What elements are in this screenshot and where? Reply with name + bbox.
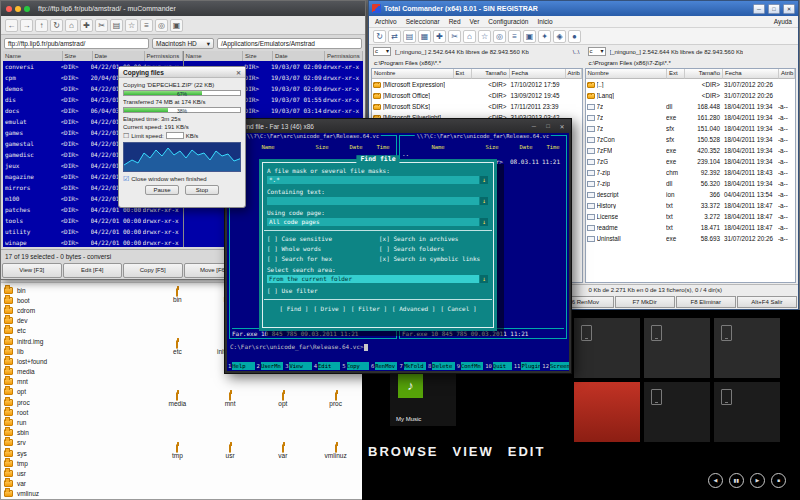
- column-tamano[interactable]: Tamaño: [472, 69, 510, 79]
- menu-inicio[interactable]: Inicio: [537, 18, 552, 25]
- folder-list-item[interactable]: bin: [4, 285, 148, 295]
- toolbar-icon[interactable]: ✂: [448, 30, 461, 43]
- close-icon[interactable]: ✕: [557, 123, 567, 130]
- toolbar-icon[interactable]: ⌂: [65, 19, 78, 32]
- chevron-down-icon[interactable]: ↓: [480, 218, 488, 226]
- dialog-button[interactable]: [ Drive ]: [313, 305, 346, 312]
- transport-button[interactable]: ▮▮: [729, 473, 744, 488]
- close-icon[interactable]: ✕: [236, 69, 241, 76]
- column-tamano[interactable]: Tamaño: [685, 69, 723, 79]
- menu-archivo[interactable]: Archivo: [375, 18, 397, 25]
- file-row[interactable]: winape <DIR> 04/22/01 00:00 drwxr-xr-x: [3, 237, 183, 247]
- menu-ayuda[interactable]: Ayuda: [774, 18, 792, 25]
- menu-ver[interactable]: Ver: [470, 18, 480, 25]
- file-row[interactable]: tools <DIR> 04/22/01 00:00 drwxr-xr-x: [3, 215, 183, 226]
- folder-list-item[interactable]: initrd.img: [4, 336, 148, 346]
- folder-list-item[interactable]: run: [4, 417, 148, 427]
- file-row[interactable]: utility <DIR> 04/22/01 00:00 drwxr-xr-x: [3, 226, 183, 237]
- folder-list-item[interactable]: boot: [4, 295, 148, 305]
- folder-grid-item[interactable]: opt: [257, 389, 310, 441]
- area-combo[interactable]: From the current folder: [267, 275, 479, 283]
- file-row[interactable]: readme txt 18.471 18/04/2011 18:47 -a--: [586, 222, 796, 233]
- toolbar-icon[interactable]: ↻: [373, 30, 386, 43]
- file-row[interactable]: [Microsoft Expression] <DIR> 17/10/2012 …: [372, 79, 582, 90]
- dialog-button[interactable]: Stop: [185, 185, 219, 195]
- toolbar-icon[interactable]: ◎: [493, 30, 506, 43]
- folder-list-item[interactable]: var: [4, 479, 148, 489]
- folder-list-item[interactable]: dev: [4, 316, 148, 326]
- key-bar-item[interactable]: 8Delete: [427, 362, 455, 370]
- toolbar-icon[interactable]: ≡: [508, 30, 521, 43]
- function-button[interactable]: View [F3]: [2, 263, 62, 278]
- column-atrib[interactable]: Atrib: [566, 69, 582, 79]
- device-tile[interactable]: [714, 382, 780, 442]
- toolbar-icon[interactable]: ✚: [433, 30, 446, 43]
- toolbar-icon[interactable]: ≡: [140, 19, 153, 32]
- my-music-tile[interactable]: ♪ My Music: [390, 366, 456, 426]
- drive-selector[interactable]: c ▾: [588, 47, 606, 56]
- history-arrow-icon[interactable]: ↓: [480, 176, 488, 184]
- device-tile[interactable]: [574, 318, 640, 378]
- file-row[interactable]: [Lang] <DIR> 31/07/2012 20:26: [586, 90, 796, 101]
- folder-grid-item[interactable]: etc: [151, 337, 204, 389]
- checkbox[interactable]: [x] Search in symbolic links: [379, 254, 491, 264]
- device-tile[interactable]: [644, 382, 710, 442]
- containing-input[interactable]: [267, 197, 479, 205]
- folder-grid-item[interactable]: tmp: [151, 441, 204, 493]
- toolbar-icon[interactable]: ☆: [478, 30, 491, 43]
- column-permissions[interactable]: Permissions: [145, 51, 183, 61]
- toolbar-icon[interactable]: ▤: [403, 30, 416, 43]
- file-row[interactable]: [Microsoft SDKs] <DIR> 17/11/2011 23:39: [372, 101, 582, 112]
- function-button[interactable]: Copy [F5]: [123, 263, 183, 278]
- column-size[interactable]: Size: [243, 51, 273, 61]
- key-bar-item[interactable]: 2UserMn: [256, 362, 284, 370]
- transport-button[interactable]: ■: [771, 473, 786, 488]
- close-icon[interactable]: ✕: [783, 4, 795, 14]
- toolbar-icon[interactable]: ✂: [95, 19, 108, 32]
- file-row[interactable]: 7z dll 168.448 18/04/2011 19:34 -a--: [586, 101, 796, 112]
- file-row[interactable]: 7zCon sfx 150.528 18/04/2011 19:34 -a--: [586, 134, 796, 145]
- toolbar-icon[interactable]: ◎: [155, 19, 168, 32]
- file-row[interactable]: [..] <DIR> 31/07/2012 20:26: [586, 79, 796, 90]
- folder-list-item[interactable]: sbin: [4, 428, 148, 438]
- key-bar-item[interactable]: 1Help: [227, 362, 255, 370]
- folder-list-item[interactable]: lib: [4, 346, 148, 356]
- folder-list-item[interactable]: vmlinuz: [4, 489, 148, 499]
- transport-button[interactable]: ◀: [708, 473, 723, 488]
- close-icon[interactable]: [6, 6, 12, 12]
- toolbar-icon[interactable]: ←: [5, 19, 18, 32]
- folder-grid-item[interactable]: proc: [309, 389, 362, 441]
- folder-grid-item[interactable]: mnt: [204, 389, 257, 441]
- dialog-button[interactable]: [ Advanced ]: [392, 305, 435, 312]
- left-path[interactable]: c:\Program Files (x86)\*.*: [369, 58, 584, 68]
- file-row[interactable]: 7zFM exe 420.352 18/04/2011 19:34 -a--: [586, 145, 796, 156]
- maximize-icon[interactable]: [24, 6, 30, 12]
- folder-list-item[interactable]: etc: [4, 326, 148, 336]
- right-path[interactable]: c:\Program Files (x86)\7-Zip\*.*: [584, 58, 799, 68]
- column-date[interactable]: Date: [273, 51, 325, 61]
- device-tile[interactable]: [714, 318, 780, 378]
- toolbar-icon[interactable]: ✦: [538, 30, 551, 43]
- chevron-down-icon[interactable]: ↓: [480, 275, 488, 283]
- folder-list-item[interactable]: lost+found: [4, 356, 148, 366]
- device-tile[interactable]: [574, 382, 640, 442]
- file-row[interactable]: descript ion 366 04/04/2011 13:54 -a--: [586, 189, 796, 200]
- file-row[interactable]: 7zG exe 239.104 18/04/2011 19:34 -a--: [586, 156, 796, 167]
- checkbox[interactable]: [ ] Whole words: [267, 244, 379, 254]
- minimize-icon[interactable]: ─: [529, 123, 539, 129]
- toolbar-icon[interactable]: ↻: [50, 19, 63, 32]
- column-nombre[interactable]: Nombre: [372, 69, 454, 79]
- function-key-button[interactable]: F8 Eliminar: [676, 296, 736, 308]
- column-name[interactable]: Name: [3, 51, 63, 61]
- folder-list-item[interactable]: mnt: [4, 377, 148, 387]
- volume-selector[interactable]: Macintosh HD ▾: [152, 38, 214, 49]
- key-bar-item[interactable]: 12Screens: [541, 362, 569, 370]
- folder-grid-item[interactable]: var: [257, 441, 310, 493]
- column-atrib[interactable]: Atrib: [779, 69, 795, 79]
- toolbar-icon[interactable]: ☆: [125, 19, 138, 32]
- toolbar-icon[interactable]: →: [20, 19, 33, 32]
- folder-list-item[interactable]: opt: [4, 387, 148, 397]
- folder-list-item[interactable]: root: [4, 407, 148, 417]
- key-bar-item[interactable]: 9ConfMn: [456, 362, 484, 370]
- key-bar-item[interactable]: 4Edit: [313, 362, 341, 370]
